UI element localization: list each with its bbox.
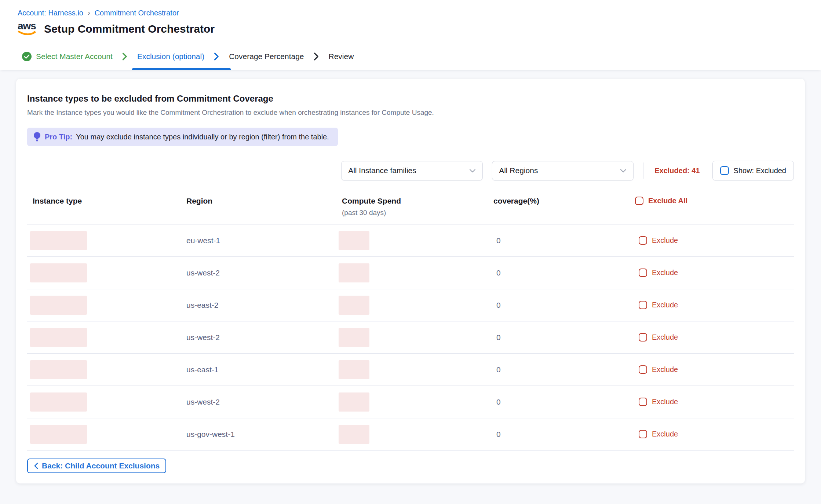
- show-excluded-label: Show: Excluded: [734, 167, 786, 175]
- breadcrumb-account-link[interactable]: Account: Harness.io: [18, 9, 83, 17]
- aws-logo: aws: [18, 21, 37, 37]
- instance-type-cell: [33, 360, 186, 379]
- back-button[interactable]: Back: Child Account Exclusions: [27, 459, 166, 473]
- exclude-cell: Exclude: [635, 365, 794, 374]
- exclude-label[interactable]: Exclude: [652, 269, 678, 277]
- redacted-compute-spend: [339, 392, 369, 412]
- compute-spend-cell: [342, 360, 493, 379]
- exclusion-card: Instance types to be excluded from Commi…: [16, 79, 805, 483]
- page-title: Setup Commitment Orchestrator: [44, 23, 215, 35]
- chevron-right-icon: [214, 52, 219, 61]
- breadcrumb-page-link[interactable]: Commitment Orchestrator: [95, 9, 179, 17]
- chevron-left-icon: [34, 462, 38, 470]
- filters-row: All Instance families All Regions Exclud…: [27, 161, 794, 180]
- pro-tip-text: You may exclude instance types individua…: [76, 133, 329, 141]
- coverage-cell: 0: [493, 269, 635, 277]
- column-header-compute-spend: Compute Spend (past 30 days): [342, 197, 493, 217]
- redacted-instance-type: [30, 392, 87, 412]
- exclude-label[interactable]: Exclude: [652, 430, 678, 438]
- region-cell: us-east-1: [186, 365, 342, 374]
- table-row: eu-west-1 0 Exclude: [27, 224, 794, 257]
- compute-spend-cell: [342, 296, 493, 315]
- exclude-checkbox[interactable]: [639, 301, 647, 309]
- exclude-cell: Exclude: [635, 301, 794, 309]
- page: Account: Harness.io › Commitment Orchest…: [0, 0, 821, 504]
- aws-smile-icon: [18, 30, 37, 36]
- redacted-instance-type: [30, 263, 87, 282]
- back-button-label: Back: Child Account Exclusions: [42, 461, 160, 470]
- redacted-compute-spend: [339, 231, 369, 250]
- step-coverage-percentage[interactable]: Coverage Percentage: [224, 43, 309, 70]
- exclude-label[interactable]: Exclude: [652, 333, 678, 342]
- coverage-cell: 0: [493, 398, 635, 406]
- coverage-value: 0: [493, 430, 501, 438]
- table-row: us-gov-west-1 0 Exclude: [27, 418, 794, 450]
- redacted-compute-spend: [339, 360, 369, 379]
- excluded-count-badge: Excluded: 41: [654, 167, 700, 175]
- redacted-compute-spend: [339, 328, 369, 347]
- table-body: eu-west-1 0 Exclude us-west-2 0 Exclude: [27, 224, 794, 450]
- check-circle-icon: [22, 52, 32, 61]
- step-select-master-account[interactable]: Select Master Account: [17, 43, 118, 70]
- pro-tip-banner: Pro Tip: You may exclude instance types …: [27, 128, 338, 146]
- region-cell: us-east-2: [186, 301, 342, 310]
- chevron-right-icon: [122, 52, 128, 61]
- chevron-down-icon: [620, 169, 627, 173]
- exclude-all-checkbox[interactable]: [635, 197, 643, 205]
- show-excluded-checkbox[interactable]: [720, 166, 729, 175]
- step-label: Exclusion (optional): [137, 52, 204, 61]
- aws-logo-text: aws: [18, 20, 36, 32]
- pro-tip-label: Pro Tip:: [45, 133, 72, 141]
- show-excluded-toggle[interactable]: Show: Excluded: [712, 161, 794, 180]
- table-row: us-west-2 0 Exclude: [27, 321, 794, 354]
- instance-family-select-value: All Instance families: [348, 166, 416, 175]
- breadcrumb: Account: Harness.io › Commitment Orchest…: [18, 9, 803, 17]
- filters-divider: [643, 162, 643, 179]
- exclude-cell: Exclude: [635, 430, 794, 438]
- compute-spend-cell: [342, 231, 493, 250]
- title-row: aws Setup Commitment Orchestrator: [18, 21, 803, 43]
- table-row: us-west-2 0 Exclude: [27, 386, 794, 418]
- page-header: Account: Harness.io › Commitment Orchest…: [0, 0, 821, 43]
- coverage-cell: 0: [493, 301, 635, 310]
- exclude-checkbox[interactable]: [639, 333, 647, 342]
- exclude-label[interactable]: Exclude: [652, 398, 678, 406]
- exclusion-table: Instance type Region Compute Spend (past…: [27, 197, 794, 450]
- instance-type-cell: [33, 263, 186, 282]
- exclude-checkbox[interactable]: [639, 365, 647, 374]
- step-review[interactable]: Review: [324, 43, 359, 70]
- exclude-label[interactable]: Exclude: [652, 365, 678, 374]
- step-label: Review: [329, 52, 354, 61]
- redacted-instance-type: [30, 296, 87, 315]
- lightbulb-icon: [33, 131, 41, 143]
- region-cell: us-west-2: [186, 398, 342, 406]
- exclude-checkbox[interactable]: [639, 398, 647, 406]
- coverage-value: 0: [493, 236, 501, 245]
- region-select[interactable]: All Regions: [492, 161, 634, 180]
- redacted-instance-type: [30, 360, 87, 379]
- instance-type-cell: [33, 231, 186, 250]
- coverage-value: 0: [493, 398, 501, 406]
- instance-family-select[interactable]: All Instance families: [341, 161, 483, 180]
- redacted-compute-spend: [339, 425, 369, 444]
- exclude-checkbox[interactable]: [639, 236, 647, 245]
- exclude-all-label: Exclude All: [648, 197, 687, 205]
- compute-spend-subtitle: (past 30 days): [342, 209, 493, 217]
- step-exclusion[interactable]: Exclusion (optional): [132, 43, 209, 70]
- exclude-cell: Exclude: [635, 333, 794, 342]
- table-header-row: Instance type Region Compute Spend (past…: [27, 197, 794, 224]
- region-value: us-west-2: [186, 398, 220, 406]
- region-value: eu-west-1: [186, 236, 220, 245]
- table-row: us-east-2 0 Exclude: [27, 289, 794, 321]
- exclude-checkbox[interactable]: [639, 430, 647, 438]
- compute-spend-cell: [342, 263, 493, 282]
- exclude-label[interactable]: Exclude: [652, 236, 678, 245]
- instance-type-cell: [33, 328, 186, 347]
- redacted-instance-type: [30, 425, 87, 444]
- main-content: Instance types to be excluded from Commi…: [0, 70, 821, 504]
- column-header-coverage: coverage(%): [493, 197, 635, 205]
- compute-spend-cell: [342, 328, 493, 347]
- exclude-label[interactable]: Exclude: [652, 301, 678, 309]
- exclude-checkbox[interactable]: [639, 269, 647, 277]
- coverage-cell: 0: [493, 236, 635, 245]
